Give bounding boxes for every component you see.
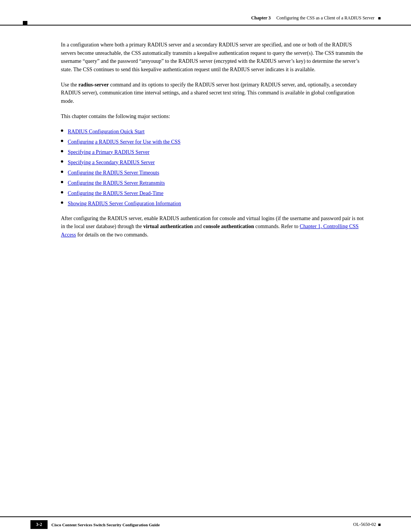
paragraph-chapter-sections-intro: This chapter contains the following majo… [61,112,365,121]
link-specifying-primary-radius[interactable]: Specifying a Primary RADIUS Server [68,148,150,156]
list-item: Configuring the RADIUS Server Timeouts [61,169,365,177]
bullet-dot-icon [61,150,63,152]
paragraph-keepalive: In a configuration where both a primary … [61,41,365,74]
bullet-dot-icon [61,129,63,132]
left-sidebar-marker [23,21,27,26]
list-item: Configuring the RADIUS Server Retransmit… [61,179,365,187]
bullet-dot-icon [61,160,63,163]
footer-doc-number: OL-5650-02 [353,522,376,527]
header-separator-icon [378,17,381,19]
list-item: Specifying a Secondary RADIUS Server [61,158,365,166]
bullet-dot-icon [61,140,63,142]
paragraph-radius-server-cmd: Use the radius-server command and its op… [61,81,365,105]
page-container: Chapter 3 Configuring the CSS as a Clien… [0,0,411,532]
list-item: Specifying a Primary RADIUS Server [61,148,365,156]
link-configuring-radius-retransmits[interactable]: Configuring the RADIUS Server Retransmit… [68,179,165,187]
header-chapter-label: Chapter 3 Configuring the CSS as a Clien… [251,15,374,21]
sections-bullet-list: RADIUS Configuration Quick Start Configu… [61,128,365,208]
page-header: Chapter 3 Configuring the CSS as a Clien… [0,0,411,26]
link-configuring-radius-timeouts[interactable]: Configuring the RADIUS Server Timeouts [68,169,159,177]
footer-separator-icon [378,524,381,526]
link-configuring-radius-deadtime[interactable]: Configuring the RADIUS Server Dead-Time [68,189,163,197]
link-radius-quick-start[interactable]: RADIUS Configuration Quick Start [68,128,145,136]
list-item: Configuring a RADIUS Server for Use with… [61,138,365,146]
list-item: RADIUS Configuration Quick Start [61,128,365,136]
footer-doc-title: Cisco Content Services Switch Security C… [51,522,160,527]
bullet-dot-icon [61,171,63,173]
footer-right: OL-5650-02 [353,522,381,527]
bullet-dot-icon [61,201,63,204]
main-content: In a configuration where both a primary … [0,26,411,516]
bullet-dot-icon [61,191,63,193]
list-item: Showing RADIUS Server Configuration Info… [61,200,365,208]
footer-left: 3-2 Cisco Content Services Switch Securi… [30,520,160,529]
link-specifying-secondary-radius[interactable]: Specifying a Secondary RADIUS Server [68,158,155,166]
link-configuring-radius-css[interactable]: Configuring a RADIUS Server for Use with… [68,138,180,146]
bullet-dot-icon [61,181,63,183]
link-showing-radius-config[interactable]: Showing RADIUS Server Configuration Info… [68,200,181,208]
page-number: 3-2 [30,520,48,529]
page-footer: 3-2 Cisco Content Services Switch Securi… [0,516,411,532]
list-item: Configuring the RADIUS Server Dead-Time [61,189,365,197]
paragraph-after-configuring: After configuring the RADIUS server, ena… [61,214,365,239]
